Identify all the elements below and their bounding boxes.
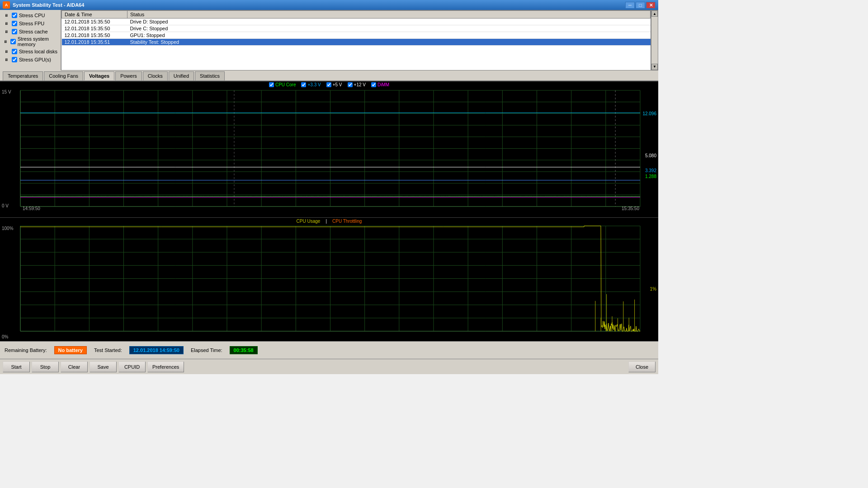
log-row-selected[interactable]: 12.01.2018 15:35:51 Stability Test: Stop… [62,39,651,46]
log-status: Stability Test: Stopped [127,39,651,46]
legend-cpu-core-label: CPU Core [275,82,296,87]
stress-fpu-label: Stress FPU [19,21,44,26]
tabs-row: Temperatures Cooling Fans Voltages Power… [0,70,658,81]
tab-powers[interactable]: Powers [115,71,142,80]
legend-dimm-checkbox[interactable] [371,82,376,87]
stop-button[interactable]: Stop [32,361,59,372]
stress-disks-label: Stress local disks [19,49,57,54]
cpu-usage-chart: CPU Usage | CPU Throttling 100% 0% 1% [0,218,658,341]
sidebar-item-stress-memory[interactable]: 🖥 Stress system memory [3,36,58,47]
battery-value-badge: No battery [54,346,87,354]
clear-button[interactable]: Clear [61,361,88,372]
status-bar: Remaining Battery: No battery Test Start… [0,341,658,359]
scroll-up-button[interactable]: ▲ [651,10,658,17]
stress-cache-label: Stress cache [19,29,48,34]
stress-cpu-label: Stress CPU [19,13,45,18]
legend-v33-checkbox[interactable] [301,82,306,87]
log-status: GPU1: Stopped [127,32,651,39]
legend-v5-checkbox[interactable] [326,82,331,87]
tab-cooling-fans[interactable]: Cooling Fans [44,71,83,80]
cpu-legend-separator: | [326,219,327,224]
log-col-status: Status [127,11,651,19]
log-datetime: 12.01.2018 15:35:50 [62,25,127,32]
top-row: 🖥 Stress CPU 🖥 Stress FPU 🖥 Stress cache… [0,10,658,70]
sidebar-item-stress-disks[interactable]: 🖥 Stress local disks [3,48,58,55]
sidebar: 🖥 Stress CPU 🖥 Stress FPU 🖥 Stress cache… [0,10,61,70]
log-datetime: 12.01.2018 15:35:51 [62,39,127,46]
remaining-battery-label: Remaining Battery: [5,347,47,353]
stress-disks-checkbox[interactable] [12,49,17,54]
log-status: Drive C: Stopped [127,25,651,32]
log-table: Date & Time Status 12.01.2018 15:35:50 D… [61,10,651,46]
save-button[interactable]: Save [90,361,117,372]
legend-cpu-core: CPU Core [269,82,296,87]
voltage-y-top: 15 V [2,89,11,94]
monitor-icon: 🖥 [3,12,10,19]
main-content: 🖥 Stress CPU 🖥 Stress FPU 🖥 Stress cache… [0,10,658,374]
minimize-button[interactable]: ─ [625,2,635,9]
cpu-chart-legend: CPU Usage | CPU Throttling [0,219,658,224]
tab-clocks[interactable]: Clocks [143,71,168,80]
sidebar-item-stress-gpu[interactable]: 🖥 Stress GPU(s) [3,56,58,63]
stress-gpu-checkbox[interactable] [12,57,17,62]
cache-icon: 🖥 [3,28,10,35]
log-row[interactable]: 12.01.2018 15:35:50 GPU1: Stopped [62,32,651,39]
stress-fpu-checkbox[interactable] [12,21,17,26]
tab-voltages[interactable]: Voltages [84,71,114,80]
legend-dimm: DiMM [371,82,389,87]
log-status: Drive D: Stopped [127,19,651,25]
legend-cpu-core-checkbox[interactable] [269,82,274,87]
voltage-chart: CPU Core +3.3 V +5 V +12 V DiMM [0,81,658,218]
legend-v33: +3.3 V [301,82,321,87]
voltage-v5-value: 5.080 [645,153,656,158]
log-scrollbar[interactable]: ▲ ▼ [651,10,658,70]
legend-dimm-label: DiMM [377,82,389,87]
legend-v12-label: +12 V [354,82,366,87]
test-started-value-badge: 12.01.2018 14:59:50 [129,346,184,354]
cpu-y-bottom: 0% [2,334,8,339]
close-button[interactable]: Close [628,361,656,372]
voltage-canvas [0,81,658,216]
start-button[interactable]: Start [3,361,30,372]
disk-icon: 🖥 [3,48,10,55]
sidebar-item-stress-cache[interactable]: 🖥 Stress cache [3,28,58,35]
stress-memory-label: Stress system memory [18,36,58,47]
cpu-throttling-legend-label: CPU Throttling [332,219,362,224]
log-col-datetime: Date & Time [62,11,127,19]
app-icon: A [3,1,10,9]
sidebar-item-stress-cpu[interactable]: 🖥 Stress CPU [3,12,58,19]
tab-unified[interactable]: Unified [169,71,194,80]
scroll-down-button[interactable]: ▼ [651,64,658,70]
log-datetime: 12.01.2018 15:35:50 [62,19,127,25]
window-title: System Stability Test - AIDA64 [13,2,84,8]
voltage-x-right: 15:35:50 [622,206,639,211]
cpu-value-right: 1% [650,286,656,291]
close-window-button[interactable]: ✕ [646,2,656,9]
voltage-v33-value: 3.392 [645,168,656,173]
restore-button[interactable]: □ [636,2,645,9]
legend-v12: +12 V [348,82,366,87]
button-bar: Start Stop Clear Save CPUID Preferences … [0,359,658,374]
stress-cpu-checkbox[interactable] [12,13,17,18]
tab-statistics[interactable]: Statistics [195,71,225,80]
legend-v5-label: +5 V [333,82,342,87]
test-started-label: Test Started: [94,347,122,353]
memory-icon: 🖥 [3,38,9,45]
stress-memory-checkbox[interactable] [10,39,16,44]
voltage-chart-legend: CPU Core +3.3 V +5 V +12 V DiMM [0,82,658,87]
voltage-cpu-value: 1.288 [645,174,656,179]
log-row[interactable]: 12.01.2018 15:35:50 Drive D: Stopped [62,19,651,25]
preferences-button[interactable]: Preferences [147,361,184,372]
sidebar-item-stress-fpu[interactable]: 🖥 Stress FPU [3,20,58,27]
stress-cache-checkbox[interactable] [12,29,17,34]
window-controls: ─ □ ✕ [625,2,656,9]
title-bar: A System Stability Test - AIDA64 ─ □ ✕ [0,0,658,10]
log-row[interactable]: 12.01.2018 15:35:50 Drive C: Stopped [62,25,651,32]
cpu-y-top: 100% [2,226,14,231]
voltage-y-bottom: 0 V [2,203,9,208]
legend-v12-checkbox[interactable] [348,82,353,87]
tab-temperatures[interactable]: Temperatures [3,71,43,80]
legend-v5: +5 V [326,82,342,87]
cpu-usage-legend-label: CPU Usage [297,219,321,224]
cpuid-button[interactable]: CPUID [118,361,146,372]
